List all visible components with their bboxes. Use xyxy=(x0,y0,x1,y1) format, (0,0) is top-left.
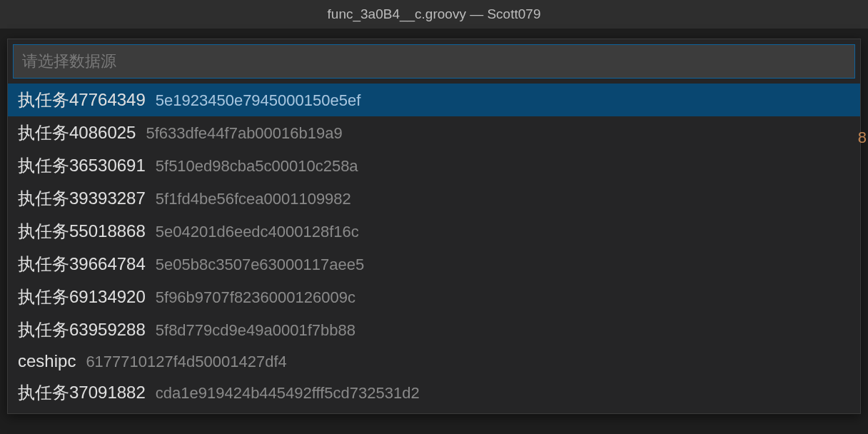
list-item-label: 执任务39393287 xyxy=(18,187,146,210)
list-item-detail: 5f8d779cd9e49a0001f7bb88 xyxy=(156,321,355,340)
list-item[interactable]: 执任务639592885f8d779cd9e49a0001f7bb88 xyxy=(8,313,860,346)
list-item-detail: 5f1fd4be56fcea0001109982 xyxy=(156,190,351,208)
list-item-detail: 5f633dfe44f7ab00016b19a9 xyxy=(146,124,342,143)
data-source-search-input[interactable] xyxy=(13,44,855,79)
list-item[interactable]: 执任务550188685e04201d6eedc4000128f16c xyxy=(8,215,860,248)
list-item[interactable]: 执任务393932875f1fd4be56fcea0001109982 xyxy=(8,182,860,215)
list-item[interactable]: 执任务40860255f633dfe44f7ab00016b19a9 xyxy=(8,116,860,149)
list-item-label: 执任务36530691 xyxy=(18,154,146,177)
list-item-label: 执任务47764349 xyxy=(18,89,146,111)
list-item[interactable]: 执任务396647845e05b8c3507e63000117aee5 xyxy=(8,248,860,281)
list-item-label: 执任务63959288 xyxy=(18,318,146,341)
list-item[interactable]: 执任务477643495e1923450e7945000150e5ef xyxy=(8,84,860,116)
list-item[interactable]: 执任务37091882cda1e919424b445492fff5cd73253… xyxy=(8,376,860,409)
window-title-bar: func_3a0B4__c.groovy — Scott079 xyxy=(0,0,868,29)
list-item-label: 执任务37091882 xyxy=(18,381,146,404)
list-item-detail: cda1e919424b445492fff5cd732531d2 xyxy=(156,384,420,403)
list-item[interactable]: ceshipc6177710127f4d50001427df4 xyxy=(8,346,860,376)
background-editor-fragment: 8 xyxy=(858,128,867,147)
list-item-label: 执任务55018868 xyxy=(18,220,146,243)
list-item[interactable]: 执任务365306915f510ed98cba5c00010c258a xyxy=(8,149,860,182)
list-item-label: ceshipc xyxy=(18,351,76,371)
list-item[interactable]: 执任务691349205f96b9707f8236000126009c xyxy=(8,281,860,313)
list-item-label: 执任务4086025 xyxy=(18,121,136,144)
list-item-detail: 6177710127f4d50001427df4 xyxy=(86,353,286,371)
list-item-detail: 5e05b8c3507e63000117aee5 xyxy=(156,256,364,274)
data-source-list: 执任务477643495e1923450e7945000150e5ef执任务40… xyxy=(8,84,860,413)
window-title: func_3a0B4__c.groovy — Scott079 xyxy=(328,6,541,22)
list-item-label: 执任务69134920 xyxy=(18,286,146,308)
list-item-label: 执任务39664784 xyxy=(18,253,146,276)
list-item-detail: 5e04201d6eedc4000128f16c xyxy=(156,223,359,241)
list-item-detail: 5e1923450e7945000150e5ef xyxy=(156,91,361,110)
quick-pick-panel: 执任务477643495e1923450e7945000150e5ef执任务40… xyxy=(7,39,861,414)
list-item-detail: 5f96b9707f8236000126009c xyxy=(156,288,355,307)
list-item-detail: 5f510ed98cba5c00010c258a xyxy=(156,157,358,176)
